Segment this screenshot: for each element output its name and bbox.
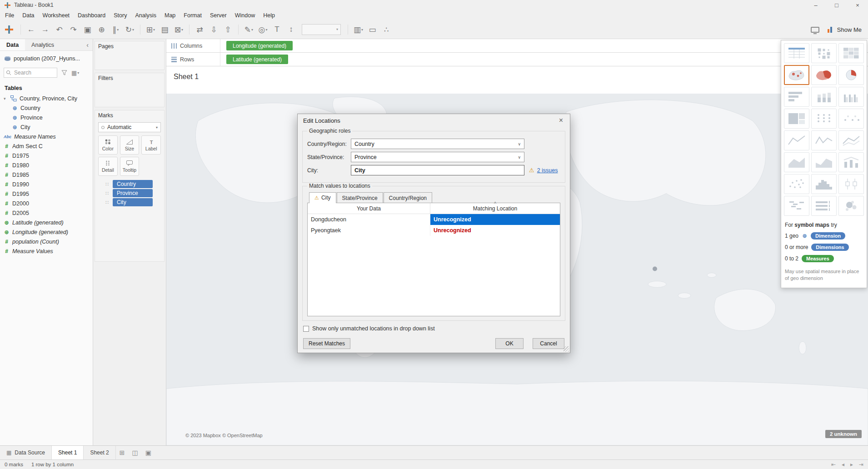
label-button[interactable]: TLabel	[141, 135, 161, 155]
menu-story[interactable]: Story	[110, 10, 131, 20]
color-button[interactable]: Color	[98, 135, 118, 155]
thumb-treemap[interactable]	[784, 109, 809, 129]
thumb-stacked-bars[interactable]	[811, 87, 837, 107]
field-country[interactable]: ⊕Country	[0, 103, 93, 113]
field-population-count[interactable]: #population (Count)	[0, 237, 93, 246]
your-data-header[interactable]: Your Data	[308, 203, 430, 214]
tab-data[interactable]: Data	[0, 39, 25, 50]
back-button[interactable]: ←	[25, 23, 38, 36]
mark-pill-province[interactable]: Province	[113, 189, 153, 197]
thumb-discrete-lines[interactable]	[811, 130, 837, 150]
field-d2000[interactable]: #D2000	[0, 199, 93, 208]
tab-sheet-2[interactable]: Sheet 2	[84, 446, 115, 459]
thumb-bullet[interactable]	[811, 196, 837, 216]
thumb-continuous-lines[interactable]	[784, 130, 809, 150]
field-d1995[interactable]: #D1995	[0, 189, 93, 199]
show-hide-cards-button[interactable]: ▥▾	[352, 23, 365, 36]
menu-file[interactable]: File	[1, 10, 18, 20]
duplicate-button[interactable]: ▤	[158, 23, 171, 36]
thumb-dual-lines[interactable]	[838, 130, 864, 150]
view-options-icon[interactable]: ▦▾	[71, 70, 79, 76]
dialog-close-icon[interactable]: ×	[558, 116, 564, 125]
size-button[interactable]: Size	[120, 135, 140, 155]
menu-data[interactable]: Data	[18, 10, 38, 20]
unknown-marks-badge[interactable]: 2 unknown	[825, 430, 862, 438]
thumb-symbol-map[interactable]	[784, 65, 809, 85]
thumb-heat-map[interactable]	[811, 43, 837, 63]
matching-location-cell[interactable]: Unrecognized	[430, 225, 560, 236]
new-story-button[interactable]: ▣	[142, 446, 155, 459]
matching-location-header[interactable]: ^ Matching Location	[430, 203, 560, 214]
detail-button[interactable]: Detail	[98, 157, 118, 176]
match-row-pyeongtaek[interactable]: PyeongtaekUnrecognized	[308, 225, 560, 236]
fix-axes-button[interactable]: ↕	[284, 23, 298, 36]
undo-button[interactable]: ↶	[53, 23, 66, 36]
show-me-button[interactable]: Show Me	[827, 26, 862, 33]
swap-axes-button[interactable]: ⇄	[193, 23, 206, 36]
field-country-province-city[interactable]: ▾Country, Province, City	[0, 94, 93, 103]
field-d1985[interactable]: #D1985	[0, 170, 93, 180]
field-latitude-generated[interactable]: ⊕Latitude (generated)	[0, 218, 93, 227]
columns-shelf[interactable]: Columns Longitude (generated)	[166, 39, 868, 53]
thumb-packed-bubbles[interactable]	[838, 196, 864, 216]
thumb-scatter[interactable]	[784, 174, 809, 194]
expander-icon[interactable]: ▾	[4, 96, 8, 101]
match-row-dongducheon[interactable]: DongducheonUnrecognized	[308, 214, 560, 225]
filter-icon[interactable]	[61, 70, 67, 75]
save-button[interactable]: ▣	[81, 23, 94, 36]
thumb-gantt[interactable]	[784, 196, 809, 216]
thumb-continuous-area[interactable]	[784, 152, 809, 172]
rows-shelf[interactable]: Rows Latitude (generated)	[166, 53, 868, 66]
country-region-select[interactable]: Country∨	[351, 139, 524, 149]
match-tab-country-region[interactable]: Country/Region	[384, 192, 432, 203]
state-province-select[interactable]: Province∨	[351, 152, 524, 162]
checkbox-box[interactable]	[303, 326, 309, 332]
thumb-discrete-area[interactable]	[811, 152, 837, 172]
new-dashboard-button[interactable]: ◫	[129, 446, 142, 459]
thumb-filled-map[interactable]	[811, 65, 837, 85]
city-input[interactable]: City	[351, 165, 524, 175]
datasource-item[interactable]: population (2007_Hyuns...	[0, 53, 93, 65]
sort-descending-button[interactable]: ⇧	[221, 23, 234, 36]
last-icon[interactable]: ⇥	[859, 461, 863, 468]
tableau-logo-button[interactable]	[5, 25, 13, 34]
mark-pill-country[interactable]: Country	[113, 180, 153, 188]
collapse-panel-icon[interactable]: ‹	[82, 39, 93, 50]
pages-shelf[interactable]: Pages	[95, 41, 165, 70]
matching-location-cell[interactable]: Unrecognized	[430, 214, 560, 225]
field-d1975[interactable]: #D1975	[0, 151, 93, 160]
menu-help[interactable]: Help	[259, 10, 279, 20]
search-input[interactable]	[4, 68, 57, 78]
rows-pill[interactable]: Latitude (generated)	[226, 55, 288, 64]
match-tab-city[interactable]: ⚠City	[309, 192, 336, 203]
field-d2005[interactable]: #D2005	[0, 208, 93, 218]
unmatched-only-checkbox[interactable]: Show only unmatched locations in drop do…	[303, 325, 564, 332]
tab-analytics[interactable]: Analytics	[25, 39, 60, 50]
fit-select[interactable]: ▾	[302, 24, 341, 35]
tab-sheet-1[interactable]: Sheet 1	[52, 446, 84, 459]
highlight-button[interactable]: ✎▾	[242, 23, 255, 36]
share-button[interactable]: ∴	[380, 23, 393, 36]
new-worksheet-button[interactable]: ⊞▾	[144, 23, 157, 36]
run-updates-button[interactable]: ↻▾	[123, 23, 136, 36]
forward-button[interactable]: →	[39, 23, 52, 36]
show-mark-labels-button[interactable]: T	[270, 23, 284, 36]
menu-dashboard[interactable]: Dashboard	[74, 10, 110, 20]
thumb-pie[interactable]	[838, 65, 864, 85]
menu-analysis[interactable]: Analysis	[131, 10, 160, 20]
menu-server[interactable]: Server	[206, 10, 231, 20]
thumb-highlight-table[interactable]	[838, 43, 864, 63]
thumb-text-table[interactable]	[784, 43, 809, 63]
resize-grip[interactable]	[564, 346, 569, 352]
maximize-button[interactable]: □	[826, 0, 847, 10]
thumb-side-by-side-circles[interactable]	[838, 109, 864, 129]
first-icon[interactable]: ⇤	[831, 461, 836, 468]
thumb-side-by-side-bars[interactable]	[838, 87, 864, 107]
redo-button[interactable]: ↷	[67, 23, 80, 36]
field-d1980[interactable]: #D1980	[0, 160, 93, 170]
filters-shelf[interactable]: Filters	[95, 73, 165, 107]
group-members-button[interactable]: ◎▾	[256, 23, 269, 36]
new-worksheet-button[interactable]: ⊞	[116, 446, 129, 459]
field-measure-names[interactable]: AbcMeasure Names	[0, 132, 93, 141]
menu-format[interactable]: Format	[180, 10, 206, 20]
